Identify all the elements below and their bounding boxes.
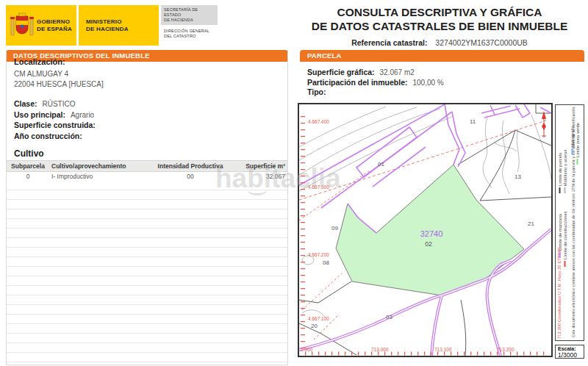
legend-item: Hidrografía [571, 109, 576, 156]
north-arrow-icon [542, 111, 546, 137]
map-legend: 713.300 Coordenadas U.T.M. Huso 30 ETRS8… [555, 104, 584, 341]
participacion-value: 100,00 % [412, 79, 443, 87]
uso-value: Agrario [71, 111, 94, 119]
legend-swatch [564, 261, 566, 267]
ministerio-line2: DE HACIENDA [86, 26, 129, 32]
cultivo-empty-row [7, 248, 287, 257]
cultivo-empty-row [7, 305, 287, 315]
cultivo-empty-row [7, 200, 287, 209]
cultivo-header-row: Subparcela Cultivo/aprovechamiento Inten… [7, 161, 287, 172]
legend-item: Límite de parcela [559, 124, 563, 195]
clase-label: Clase: [14, 99, 37, 108]
clase-value: RÚSTICO [42, 100, 75, 108]
cultivo-empty-row [7, 324, 287, 334]
map-canvas: 4.667.400 4.667.300 4.667.200 4.667.100 … [298, 103, 553, 357]
direccion-line2: DEL CATASTRO [164, 34, 215, 39]
legend-swatch [559, 252, 561, 258]
svg-text:713.200: 713.200 [497, 347, 514, 352]
direccion-line1: DIRECCIÓN GENERAL [164, 29, 215, 34]
cultivo-empty-row [7, 276, 287, 286]
col-cultivo: Cultivo/aprovechamiento [49, 161, 148, 172]
cultivo-title: Cultivo [7, 148, 287, 159]
svg-text:11: 11 [470, 118, 476, 125]
direccion-general-box: DIRECCIÓN GENERAL DEL CATASTRO [161, 27, 218, 43]
cultivo-cell: 0 [7, 172, 49, 182]
field-superficie-grafica: Superficie gráfica: 32.067 m2 [307, 68, 584, 78]
legend-item: Mobiliario y aceras [564, 124, 568, 195]
col-subparcela: Subparcela [7, 161, 49, 172]
cultivo-tbody: 0I- Improductivo0032.067 [7, 172, 287, 366]
parcela-bar: PARCELA [300, 50, 584, 62]
svg-text:713.100: 713.100 [434, 347, 452, 352]
localizacion-label: Localización: [14, 57, 280, 66]
subject-parcel-sub: 02 [425, 240, 432, 248]
field-uso: Uso principal: Agrario [14, 110, 280, 121]
gobierno-espana-logo: GOBIERNO DE ESPAÑA [6, 5, 76, 46]
svg-text:08: 08 [323, 259, 329, 266]
svg-text:4.667.300: 4.667.300 [308, 184, 329, 190]
legend-label: Mobiliario y aceras [563, 149, 567, 186]
cultivo-empty-row [7, 353, 287, 362]
document-title: CONSULTA DESCRIPTIVA Y GRÁFICA DE DATOS … [295, 6, 584, 47]
svg-text:713.000: 713.000 [371, 347, 389, 352]
cultivo-empty-row [7, 334, 287, 343]
uso-label: Uso principal: [14, 110, 65, 119]
col-superficie: Superficie m² [233, 161, 287, 172]
title-line2: DE DATOS CATASTRALES DE BIEN INMUEBLE [295, 20, 584, 34]
cultivo-row: 0I- Improductivo0032.067 [7, 172, 287, 182]
legend-item: Límite de manzana [559, 196, 563, 259]
participacion-label: Participación del inmueble: [307, 78, 408, 87]
cultivo-empty-row [7, 190, 287, 200]
svg-text:01: 01 [378, 161, 384, 168]
tipo-label: Tipo: [307, 87, 326, 96]
secretaria-line2: DE HACIENDA [164, 18, 215, 23]
svg-text:20: 20 [311, 323, 318, 329]
scale-box: Escala: 1/3000 [555, 345, 584, 359]
referencia-catastral: Referencia catastral: 3274002YM1637C0000… [295, 38, 584, 47]
legend-label: Límite de parcela [558, 152, 562, 186]
datos-descriptivos-panel: Localización: CM ALMUGAY 4 22004 HUESCA … [6, 50, 288, 365]
cultivo-empty-row [7, 181, 287, 190]
gobierno-line1: GOBIERNO [37, 18, 72, 25]
cultivo-empty-row [7, 295, 287, 305]
cultivo-cell: 32.067 [233, 172, 287, 182]
legend-item: Límite zona verde [576, 109, 581, 166]
col-intensidad: Intensidad Productiva [148, 161, 233, 172]
ref-label: Referencia catastral: [351, 38, 427, 47]
svg-text:4.667.100: 4.667.100 [308, 316, 329, 321]
address-line1: CM ALMUGAY 4 [14, 69, 280, 79]
legend-label: Límite zona verde [576, 123, 580, 157]
ministerio-hacienda-logo: MINISTERIO DE HACIENDA [79, 5, 159, 46]
legend-swatch [577, 159, 578, 165]
field-anio: Año construcción: [14, 131, 280, 142]
field-tipo: Tipo: [307, 87, 584, 98]
legend-label: Límite de construcciones [563, 211, 567, 259]
address-line2: 22004 HUESCA [HUESCA] [14, 79, 280, 90]
svg-text:13: 13 [514, 173, 521, 180]
cultivo-empty-row [7, 286, 287, 295]
cadastral-map: 4.667.400 4.667.300 4.667.200 4.667.100 … [298, 103, 584, 358]
title-line1: CONSULTA DESCRIPTIVA Y GRÁFICA [295, 6, 584, 20]
secretaria-estado-box: SECRETARÍA DE ESTADO DE HACIENDA [161, 5, 218, 25]
scale-value: 1/3000 [558, 352, 581, 359]
legend-swatch [572, 148, 573, 154]
gobierno-line2: DE ESPAÑA [37, 26, 72, 32]
spain-coat-of-arms-icon [10, 10, 35, 44]
x-axis-labels: 2.900 713.000 713.100 713.200 [301, 347, 514, 352]
cultivo-empty-row [7, 315, 287, 324]
sup-grafica-value: 32.067 m2 [380, 68, 415, 76]
svg-text:2.900: 2.900 [301, 347, 313, 352]
cultivo-empty-row [7, 209, 287, 219]
cultivo-empty-row [7, 362, 287, 366]
field-superficie: Superficie construida: [14, 120, 280, 131]
cultivo-empty-row [7, 229, 287, 238]
sup-grafica-label: Superficie gráfica: [307, 68, 375, 76]
legend-label: Límite de manzana [558, 214, 562, 251]
ministerio-line1: MINISTERIO [86, 18, 129, 25]
svg-text:09: 09 [331, 225, 338, 232]
cultivo-empty-row [7, 238, 287, 248]
subject-parcel-number: 32740 [420, 229, 443, 238]
field-participacion: Participación del inmueble: 100,00 % [307, 78, 584, 88]
svg-text:03: 03 [386, 314, 392, 320]
legend-item: Límite de construcciones [564, 196, 568, 268]
